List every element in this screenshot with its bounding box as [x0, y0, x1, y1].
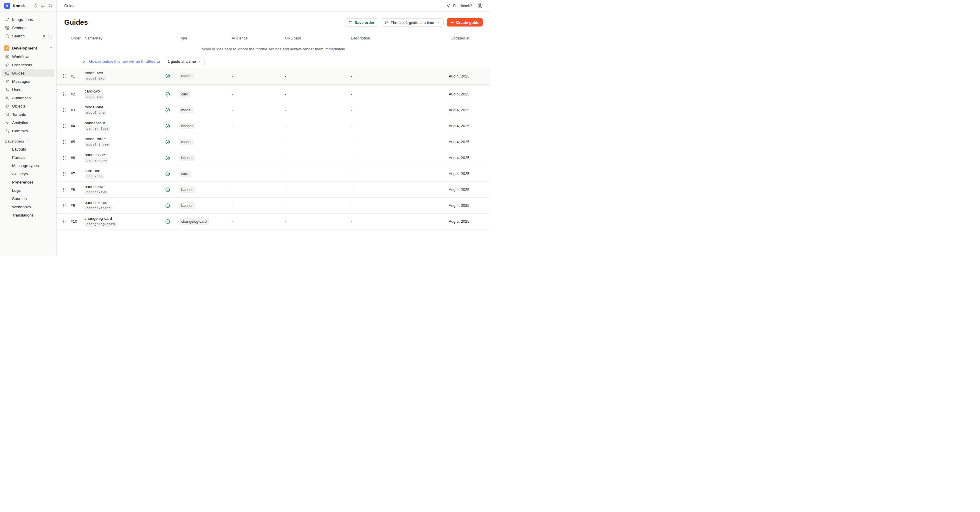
sidebar-item-analytics[interactable]: Analytics: [0, 118, 56, 127]
table-row[interactable]: #9 banner-three banner-three banner - - …: [57, 198, 490, 213]
notifications-bell-icon[interactable]: [41, 3, 45, 8]
row-order: #5: [71, 140, 84, 144]
sidebar-subitem-api-keys[interactable]: API keys: [8, 170, 56, 178]
sidebar-item-guides[interactable]: Guides: [2, 69, 54, 77]
table-header-row: Order Name/Key Type Audience URL path De…: [57, 33, 490, 43]
status-active-check-icon: [165, 155, 179, 161]
sidebar-subitem-layouts[interactable]: Layouts: [8, 145, 56, 153]
table-row[interactable]: #3 modal-one modal-one modal - - - Aug 4…: [57, 102, 490, 118]
guide-type-chip: card: [179, 91, 191, 97]
audiences-icon: [5, 96, 10, 100]
throttle-count-select[interactable]: 1 guide at a time: [164, 57, 205, 66]
guide-name[interactable]: modal-three: [84, 137, 106, 141]
developers-section-toggle[interactable]: Developers: [0, 137, 56, 145]
user-avatar-icon[interactable]: [477, 3, 483, 8]
workspace-name: Knock: [13, 3, 25, 8]
table-row[interactable]: #1 modal-two modal-two modal - - - Aug 4…: [57, 68, 490, 84]
sidebar-item-audiences[interactable]: Audiences: [0, 94, 56, 102]
drag-handle-icon[interactable]: [63, 188, 71, 192]
guide-name[interactable]: banner-three: [84, 200, 107, 205]
sidebar-item-messages[interactable]: Messages: [0, 77, 56, 86]
knock-logo: k: [4, 3, 10, 9]
column-header-order: Order: [71, 36, 84, 40]
guide-name[interactable]: modal-one: [84, 105, 103, 109]
drag-handle-icon[interactable]: [63, 204, 71, 208]
sidebar-item-objects[interactable]: Objects: [0, 102, 56, 110]
sidebar-item-broadcasts[interactable]: Broadcasts: [0, 61, 56, 69]
row-order: #6: [71, 156, 84, 160]
table-row[interactable]: #8 banner-two banner-two banner - - - Au…: [57, 182, 490, 198]
guide-name[interactable]: card-one: [84, 169, 100, 173]
sidebar-item-integrations[interactable]: Integrations: [0, 15, 56, 24]
row-url-path: -: [285, 188, 351, 192]
sidebar-subitem-webhooks[interactable]: Webhooks: [8, 203, 56, 211]
row-description: -: [351, 108, 437, 112]
row-url-path: -: [285, 219, 351, 224]
drag-handle-icon[interactable]: [63, 140, 71, 144]
column-header-description: Description: [351, 36, 437, 40]
drag-handle-icon[interactable]: [63, 172, 71, 176]
status-active-check-icon: [165, 187, 179, 192]
row-audience: -: [232, 172, 285, 176]
drag-handle-icon[interactable]: [63, 92, 71, 96]
row-description: -: [351, 172, 437, 176]
feedback-button[interactable]: Feedback?: [447, 3, 472, 8]
sidebar-item-commits[interactable]: Commits: [0, 127, 56, 135]
sidebar-item-search[interactable]: Search ⌘ K: [0, 32, 56, 40]
kbd-k: K: [48, 33, 53, 38]
table-row[interactable]: #5 modal-three modal-three modal - - - A…: [57, 134, 490, 150]
sidebar-item-tenants[interactable]: Tenants: [0, 110, 56, 118]
status-active-check-icon: [165, 92, 179, 97]
throttle-divider-link[interactable]: Guides below this row will be throttled …: [89, 59, 160, 64]
sidebar-subitem-message-types[interactable]: Message types: [8, 161, 56, 170]
workspace-select-icon[interactable]: [34, 4, 37, 8]
row-audience: -: [232, 219, 285, 224]
row-updated-at: Aug 4, 2025: [437, 74, 469, 78]
row-description: -: [351, 74, 437, 78]
table-row[interactable]: #6 banner-one banner-one banner - - - Au…: [57, 150, 490, 166]
row-order: #2: [71, 92, 84, 96]
drag-handle-icon[interactable]: [63, 108, 71, 112]
row-description: -: [351, 188, 437, 192]
drag-handle-icon[interactable]: [63, 156, 71, 160]
sidebar-item-settings[interactable]: Settings: [0, 24, 56, 32]
ignore-throttle-dropzone[interactable]: Move guides here to ignore the throttle …: [57, 43, 490, 55]
search-icon: [5, 34, 10, 38]
sidebar-subitem-sources[interactable]: Sources: [8, 194, 56, 203]
status-active-check-icon: [165, 123, 179, 129]
sidebar-item-workflows[interactable]: Workflows: [0, 52, 56, 61]
drag-handle-icon[interactable]: [63, 74, 71, 78]
workspace-switcher[interactable]: k Knock: [0, 0, 56, 12]
table-row[interactable]: #10 changelog-card changelog-card change…: [57, 213, 490, 229]
table-row[interactable]: #7 card-one card-one card - - - Aug 4, 2…: [57, 166, 490, 182]
guide-name[interactable]: banner-two: [84, 184, 105, 189]
guide-name[interactable]: modal-two: [84, 71, 103, 75]
guide-name[interactable]: card-two: [84, 89, 100, 94]
environment-switcher[interactable]: Development: [0, 44, 56, 52]
sidebar-subitem-partials[interactable]: Partials: [8, 153, 56, 161]
guide-name[interactable]: changelog-card: [84, 216, 112, 221]
search-icon[interactable]: [48, 3, 53, 8]
guide-type-chip: banner: [179, 186, 195, 193]
sidebar-subitem-translations[interactable]: Translations: [8, 211, 56, 219]
throttle-dropdown-button[interactable]: Throttle: 1 guide at a time: [381, 18, 444, 27]
column-header-updated-at: Updated at: [437, 36, 469, 40]
integrations-icon: [5, 17, 10, 22]
guide-key-chip: modal-two: [84, 76, 107, 81]
save-order-button[interactable]: Save order: [345, 18, 378, 27]
drag-handle-icon[interactable]: [63, 219, 71, 224]
status-active-check-icon: [165, 203, 179, 208]
table-row[interactable]: #2 card-two card-two card - - - Aug 4, 2…: [57, 86, 490, 102]
sidebar-item-users[interactable]: Users: [0, 86, 56, 94]
drag-handle-icon[interactable]: [63, 124, 71, 128]
create-guide-button[interactable]: Create guide: [447, 18, 483, 27]
sidebar-subitem-logs[interactable]: Logs: [8, 186, 56, 194]
sidebar-subitem-preferences[interactable]: Preferences: [8, 178, 56, 186]
row-order: #8: [71, 188, 84, 192]
guide-name[interactable]: banner-one: [84, 153, 105, 157]
guide-name[interactable]: banner-four: [84, 121, 105, 125]
table-row[interactable]: #4 banner-four banner-four banner - - - …: [57, 118, 490, 134]
row-audience: -: [232, 188, 285, 192]
status-active-check-icon: [165, 73, 179, 79]
column-header-type: Type: [179, 36, 232, 40]
